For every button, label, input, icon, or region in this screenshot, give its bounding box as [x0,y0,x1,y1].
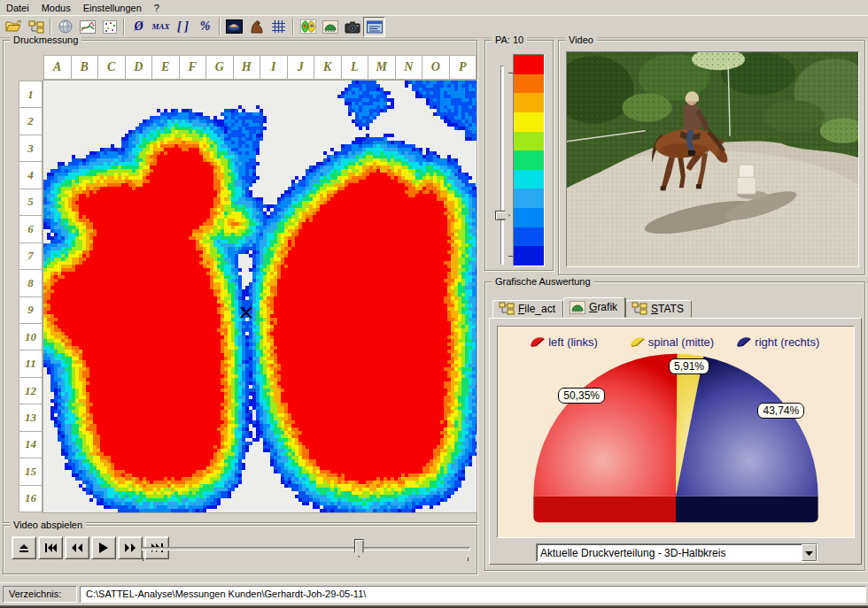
row-header-7[interactable]: 7 [19,243,43,270]
legend-label: left (links) [548,335,598,349]
column-headers: ABCDEFGHIJKLMNOP [43,55,477,80]
menu-bar: DateiModusEinstellungen? [0,0,868,15]
pa-scale-band-1 [514,55,544,74]
menu-item-modus[interactable]: Modus [35,2,77,14]
percent-button-label: % [200,19,211,34]
fast-forward-button[interactable] [118,536,143,559]
druckmessung-panel: Druckmessung ABCDEFGHIJKLMNOP 1234567891… [3,40,477,523]
pressure-heatmap[interactable] [43,81,477,512]
video-slider-tick-start [143,558,143,561]
skip-start-icon [44,543,58,552]
row-header-13[interactable]: 13 [19,404,43,431]
pa-scale-band-4 [514,112,544,132]
column-header-G[interactable]: G [206,55,234,80]
column-header-E[interactable]: E [152,55,180,80]
row-header-9[interactable]: 9 [19,297,43,324]
chart-type-selector[interactable]: Aktuelle Druckverteilung - 3D-Halbkreis [536,543,818,562]
column-header-B[interactable]: B [72,55,99,80]
chart-sector-left [533,354,677,496]
column-header-N[interactable]: N [396,55,423,80]
average-button[interactable]: Ø [128,17,150,37]
row-header-1[interactable]: 1 [19,81,43,108]
legend-wedge-icon [736,335,752,349]
tab-file_act[interactable]: File_act [492,300,563,318]
rewind-button[interactable] [65,536,89,559]
row-header-14[interactable]: 14 [19,432,43,458]
globe-icon [58,19,74,34]
pa-slider-track[interactable] [500,65,504,265]
column-header-F[interactable]: F [180,55,207,80]
column-header-H[interactable]: H [234,55,261,80]
saddle-photo-button[interactable] [223,17,245,37]
row-header-3[interactable]: 3 [19,135,43,162]
row-header-2[interactable]: 2 [19,108,43,135]
video-slider-thumb[interactable] [354,539,364,558]
row-header-4[interactable]: 4 [19,162,43,189]
pa-scale-band-8 [514,189,544,208]
tab-stats[interactable]: STATS [625,300,692,318]
grafik-panel: Grafische Auswertung File_actGrafikSTATS [484,281,865,571]
tab-grafik[interactable]: Grafik [563,297,625,318]
column-header-D[interactable]: D [126,55,153,80]
video-slider-track[interactable] [141,547,470,550]
row-header-8[interactable]: 8 [19,270,43,296]
tree-icon [632,302,647,315]
chart-type-dropdown-button[interactable] [802,544,817,561]
chevron-down-icon [805,550,813,556]
chart-base-left [533,496,676,522]
column-header-O[interactable]: O [422,55,450,80]
row-header-5[interactable]: 5 [19,189,43,216]
tab-content: left (links)spinal (mitte)right (rechts)… [489,318,862,565]
grid-button[interactable] [267,17,290,37]
brackets-button[interactable]: [ ] [172,17,194,37]
column-header-J[interactable]: J [288,55,315,80]
column-header-C[interactable]: C [98,55,126,80]
column-header-I[interactable]: I [260,55,288,80]
menu-item-datei[interactable]: Datei [0,2,35,14]
row-header-16[interactable]: 16 [19,486,43,512]
column-header-P[interactable]: P [450,55,477,80]
chart-type-value: Aktuelle Druckverteilung - 3D-Halbkreis [537,544,802,561]
fast-forward-icon [124,543,136,552]
column-header-K[interactable]: K [314,55,342,80]
legend-item: spinal (mitte) [630,335,714,349]
skip-start-button[interactable] [38,536,63,559]
saddle-icon [226,19,243,34]
halfpie-button[interactable] [319,17,341,37]
pressure-map-icon [300,19,316,34]
horse-button[interactable] [245,17,267,37]
pixel-map-button[interactable] [98,17,120,37]
row-header-15[interactable]: 15 [19,458,43,485]
play-button[interactable] [91,536,116,559]
row-header-11[interactable]: 11 [19,350,43,377]
druckmessung-title: Druckmessung [10,35,81,45]
dome-icon [322,20,338,34]
row-header-10[interactable]: 10 [19,324,43,350]
percent-button[interactable]: % [194,17,216,37]
pa-color-scale [513,54,545,266]
column-header-A[interactable]: A [43,55,72,80]
pressure-map-button[interactable] [297,17,319,37]
legend-wedge-icon [630,335,646,349]
menu-item-einstellungen[interactable]: Einstellungen [77,2,148,14]
eject-button[interactable] [12,536,36,559]
row-header-12[interactable]: 12 [19,378,43,404]
legend-label: spinal (mitte) [648,335,714,349]
window-layout-button[interactable] [363,17,385,37]
toolbar-separator [219,18,221,35]
snapshot-button[interactable] [341,17,363,37]
legend-wedge-icon [530,335,546,349]
max-button[interactable]: MAX [150,17,172,37]
row-header-6[interactable]: 6 [19,216,43,242]
column-header-M[interactable]: M [368,55,396,80]
video-still-image [567,52,858,266]
menu-item-[interactable]: ? [148,2,166,14]
video-title: Video [565,35,597,45]
pa-slider-thumb[interactable] [495,211,510,220]
pa-panel: PA: 10 [484,40,554,271]
curves-icon [80,20,96,34]
column-header-L[interactable]: L [342,55,369,80]
app-window: DateiModusEinstellungen? ØMAX[ ]% Druckm… [0,0,868,608]
video-controls-title: Video abspielen [10,519,86,530]
play-icon [98,543,109,553]
